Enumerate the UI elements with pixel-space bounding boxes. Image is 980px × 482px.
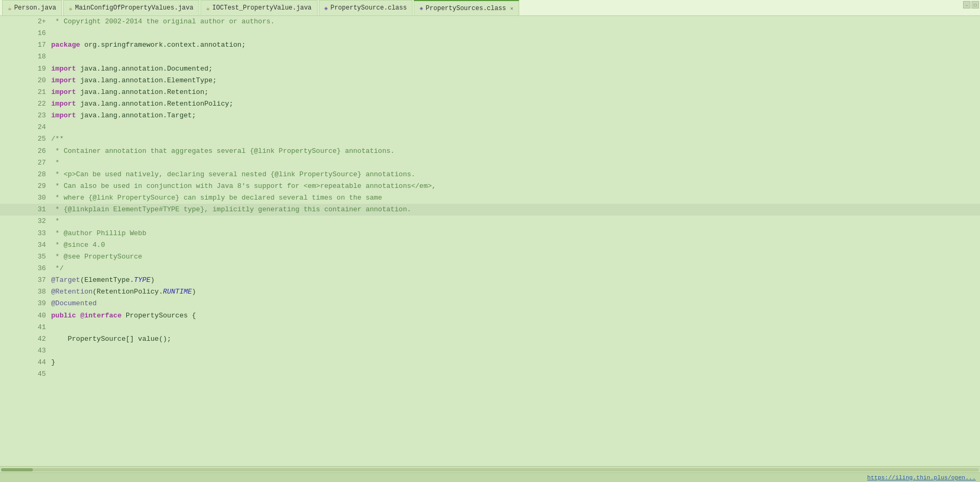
line-number: 42 — [0, 333, 51, 345]
scrollbar-track[interactable] — [1, 468, 979, 471]
line-number: 27 — [0, 157, 51, 169]
table-row: 40 public @interface PropertySources { — [0, 310, 980, 322]
table-row: 30 * where {@link PropertySource} can si… — [0, 192, 980, 204]
line-content: * <p>Can be used natively, declaring sev… — [51, 169, 980, 180]
table-row: 34 * @since 4.0 — [0, 239, 980, 251]
line-number: 18 — [0, 51, 51, 63]
line-number: 37 — [0, 274, 51, 286]
horizontal-scrollbar[interactable] — [0, 466, 980, 472]
class-file-icon: ◈ — [325, 5, 328, 12]
line-number: 34 — [0, 239, 51, 251]
table-row: 18 — [0, 51, 980, 63]
line-number: 40 — [0, 310, 51, 322]
table-row: 44 } — [0, 357, 980, 368]
tab-person-java[interactable]: ☕ Person.java — [2, 0, 62, 15]
editor-container: – □ ☕ Person.java ☕ MainConfigOfProperty… — [0, 0, 980, 482]
line-number: 32 — [0, 216, 51, 227]
line-number: 16 — [0, 28, 51, 39]
tab-label: PropertySources.class — [426, 5, 506, 12]
tab-label: MainConfigOfPropertyValues.java — [75, 4, 193, 12]
table-row: 45 — [0, 368, 980, 380]
line-content: package org.springframework.context.anno… — [51, 39, 980, 51]
line-content — [51, 51, 980, 63]
table-row: 32 * — [0, 216, 980, 227]
java-file-icon: ☕ — [8, 5, 12, 12]
table-row: 23 import java.lang.annotation.Target; — [0, 110, 980, 122]
table-row: 26 * Container annotation that aggregate… — [0, 145, 980, 157]
table-row: 36 */ — [0, 263, 980, 274]
line-number: 38 — [0, 286, 51, 298]
line-content: * — [51, 216, 980, 227]
line-content: */ — [51, 263, 980, 274]
code-table: 2+ * Copyright 2002-2014 the original au… — [0, 16, 980, 380]
window-controls: – □ — [962, 0, 980, 10]
line-content: /** — [51, 133, 980, 145]
line-number: 26 — [0, 145, 51, 157]
line-content: * @author Phillip Webb — [51, 228, 980, 239]
table-row: 42 PropertySource[] value(); — [0, 333, 980, 345]
tab-ioctest-java[interactable]: ☕ IOCTest_PropertyValue.java — [200, 0, 318, 15]
line-number: 2+ — [0, 16, 51, 28]
line-content: } — [51, 357, 980, 368]
class-file-icon-2: ◈ — [419, 5, 423, 12]
line-content: * @see PropertySource — [51, 251, 980, 263]
tab-propertysources-class[interactable]: ◈ PropertySources.class ✕ — [414, 0, 519, 15]
line-content: import java.lang.annotation.ElementType; — [51, 75, 980, 87]
minimize-button[interactable]: – — [963, 1, 970, 8]
line-content: @Documented — [51, 298, 980, 309]
line-number: 20 — [0, 75, 51, 87]
line-content: import java.lang.annotation.RetentionPol… — [51, 98, 980, 110]
line-number: 35 — [0, 251, 51, 263]
status-link[interactable]: https://iling.thin.plus/open... — [867, 475, 976, 481]
line-content: import java.lang.annotation.Target; — [51, 110, 980, 122]
table-row: 19 import java.lang.annotation.Documente… — [0, 63, 980, 75]
line-content: import java.lang.annotation.Documented; — [51, 63, 980, 75]
line-content: * Can also be used in conjunction with J… — [51, 180, 980, 192]
table-row: 43 — [0, 345, 980, 357]
line-content: * {@linkplain ElementType#TYPE type}, im… — [51, 204, 980, 216]
java-file-icon-2: ☕ — [69, 5, 73, 12]
line-number: 24 — [0, 122, 51, 133]
line-content: import java.lang.annotation.Retention; — [51, 87, 980, 98]
line-content: * Container annotation that aggregates s… — [51, 145, 980, 157]
line-content: * @since 4.0 — [51, 239, 980, 251]
table-row: 38 @Retention(RetentionPolicy.RUNTIME) — [0, 286, 980, 298]
table-row: 29 * Can also be used in conjunction wit… — [0, 180, 980, 192]
line-number: 23 — [0, 110, 51, 122]
table-row: 22 import java.lang.annotation.Retention… — [0, 98, 980, 110]
line-number: 30 — [0, 192, 51, 204]
table-row: 2+ * Copyright 2002-2014 the original au… — [0, 16, 980, 28]
scrollbar-thumb[interactable] — [1, 468, 33, 471]
line-content: @Retention(RetentionPolicy.RUNTIME) — [51, 286, 980, 298]
table-row: 41 — [0, 322, 980, 333]
line-content — [51, 28, 980, 39]
maximize-button[interactable]: □ — [972, 1, 979, 8]
table-row: 33 * @author Phillip Webb — [0, 228, 980, 239]
line-number: 43 — [0, 345, 51, 357]
line-number: 19 — [0, 63, 51, 75]
java-file-icon-3: ☕ — [206, 5, 210, 12]
line-content: public @interface PropertySources { — [51, 310, 980, 322]
line-content: * — [51, 157, 980, 169]
line-number: 45 — [0, 368, 51, 380]
line-content: * where {@link PropertySource} can simpl… — [51, 192, 980, 204]
tab-label: IOCTest_PropertyValue.java — [212, 4, 311, 12]
line-content — [51, 122, 980, 133]
line-content — [51, 368, 980, 380]
table-row: 24 — [0, 122, 980, 133]
table-row-highlighted: 31 * {@linkplain ElementType#TYPE type},… — [0, 204, 980, 216]
code-editor[interactable]: 2+ * Copyright 2002-2014 the original au… — [0, 16, 980, 466]
line-number: 21 — [0, 87, 51, 98]
line-content: @Target(ElementType.TYPE) — [51, 274, 980, 286]
table-row: 25 /** — [0, 133, 980, 145]
status-bar: https://iling.thin.plus/open... — [0, 472, 980, 482]
line-content: PropertySource[] value(); — [51, 333, 980, 345]
table-row: 27 * — [0, 157, 980, 169]
line-number: 31 — [0, 204, 51, 216]
tab-close-button[interactable]: ✕ — [510, 5, 513, 12]
line-content — [51, 345, 980, 357]
line-number: 25 — [0, 133, 51, 145]
tab-mainconfig-java[interactable]: ☕ MainConfigOfPropertyValues.java — [63, 0, 199, 15]
tab-label: Person.java — [14, 4, 56, 12]
tab-propertysource-class[interactable]: ◈ PropertySource.class — [319, 0, 413, 15]
